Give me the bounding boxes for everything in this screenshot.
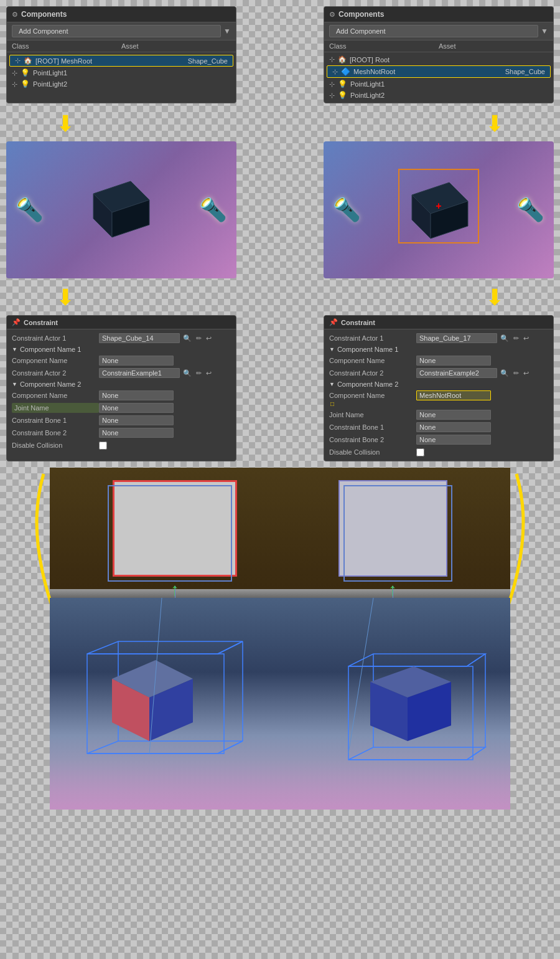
- right-comp1-section[interactable]: ▼ Component Name 1: [324, 344, 553, 354]
- bottom-separator: [50, 589, 510, 598]
- left-comp1-row: Component Name: [7, 354, 236, 367]
- left-comp2-triangle: ▼: [12, 381, 17, 387]
- left-comp2-input[interactable]: [99, 390, 174, 400]
- left-actor1-value-row: 🔍 ✏ ↩: [99, 333, 231, 343]
- left-bone1-input[interactable]: [99, 415, 174, 425]
- left-comp2-section[interactable]: ▼ Component Name 2: [7, 379, 236, 389]
- add-component-dropdown-arrow[interactable]: ▼: [223, 27, 231, 35]
- arrow-down-left-1: ⬇: [56, 113, 75, 135]
- left-bone2-label: Constraint Bone 2: [12, 429, 99, 437]
- right-move-icon-0: ⊹: [329, 55, 335, 64]
- left-disable-checkbox[interactable]: [99, 442, 107, 450]
- right-actor2-row: Constraint Actor 2 🔍 ✏ ↩: [324, 367, 553, 379]
- left-comp2-row: Component Name: [7, 389, 236, 402]
- left-viewport-light2: 🔦: [199, 197, 227, 223]
- left-constraint-panel: 📌 Constraint Constraint Actor 1 🔍 ✏ ↩ ▼: [6, 315, 236, 461]
- right-add-component-dropdown-arrow[interactable]: ▼: [541, 27, 548, 35]
- left-comp1-triangle: ▼: [12, 346, 17, 352]
- left-comp1-input[interactable]: [99, 356, 174, 366]
- left-actor1-input[interactable]: [99, 333, 180, 343]
- right-actor1-clear-btn[interactable]: ↩: [522, 334, 530, 342]
- right-item-name-3: PointLight2: [350, 92, 548, 99]
- move-icon-0: ⊹: [15, 57, 21, 65]
- left-comp1-section[interactable]: ▼ Component Name 1: [7, 344, 236, 354]
- left-item-name-0: [ROOT] MeshRoot: [35, 57, 185, 65]
- right-joint-input[interactable]: [416, 410, 491, 420]
- bottom-viewport-container: ↑ ↑: [50, 468, 510, 810]
- left-actor2-input[interactable]: [99, 368, 180, 378]
- right-root-icon-0: 🏠: [338, 55, 347, 64]
- left-3d-cube: [93, 641, 218, 760]
- right-component-panel: ⚙ Components Add Component ▼ Class Asset…: [324, 6, 554, 103]
- right-item-asset-1: Shape_Cube: [505, 68, 545, 75]
- left-actor2-clear-btn[interactable]: ↩: [205, 369, 213, 377]
- right-constraint-panel: 📌 Constraint Constraint Actor 1 🔍 ✏ ↩ ▼: [324, 315, 554, 461]
- left-item-asset-0: Shape_Cube: [188, 57, 228, 65]
- left-actor1-row: Constraint Actor 1 🔍 ✏ ↩: [7, 332, 236, 344]
- left-item-1[interactable]: ⊹ 💡 PointLight1: [7, 67, 236, 78]
- right-actor2-edit-btn[interactable]: ✏: [512, 369, 520, 377]
- right-actor1-label: Constraint Actor 1: [329, 334, 416, 342]
- right-panel-header: ⚙ Components: [324, 7, 553, 22]
- right-comp1-label: Component Name: [329, 357, 416, 364]
- left-actor2-search-btn[interactable]: 🔍: [182, 369, 193, 377]
- right-actor2-clear-btn[interactable]: ↩: [522, 369, 530, 377]
- left-disable-label: Disable Collision: [12, 442, 99, 449]
- right-actor1-input[interactable]: [416, 333, 497, 343]
- left-panel-items: ⊹ 🏠 [ROOT] MeshRoot Shape_Cube ⊹ 💡 Point…: [7, 52, 236, 92]
- right-joint-label: Joint Name: [329, 411, 416, 418]
- right-joint-row: Joint Name: [324, 409, 553, 421]
- right-comp1-input[interactable]: [416, 356, 491, 366]
- right-add-component-button[interactable]: Add Component: [329, 25, 538, 37]
- left-joint-row: Joint Name: [7, 402, 236, 414]
- right-item-name-1: MeshNotRoot: [353, 68, 502, 75]
- right-actor2-input[interactable]: [416, 368, 497, 378]
- floor-glow: [50, 760, 510, 810]
- right-light-icon-3: 💡: [338, 91, 347, 100]
- right-actor2-value-row: 🔍 ✏ ↩: [416, 368, 548, 378]
- right-comp1-triangle: ▼: [329, 346, 335, 352]
- left-actor1-edit-btn[interactable]: ✏: [195, 334, 203, 342]
- left-comp2-section-label: Component Name 2: [20, 380, 81, 388]
- left-col-class: Class: [12, 42, 121, 50]
- right-move-icon-2: ⊹: [329, 80, 335, 88]
- right-panel-icon: ⚙: [329, 11, 335, 19]
- right-preview-container: ↑: [338, 480, 447, 577]
- left-actor2-edit-btn[interactable]: ✏: [195, 369, 203, 377]
- right-viewport-light2: 🔦: [516, 197, 544, 223]
- left-joint-input[interactable]: [99, 403, 174, 413]
- right-item-3[interactable]: ⊹ 💡 PointLight2: [324, 90, 553, 101]
- right-actor2-search-btn[interactable]: 🔍: [499, 369, 510, 377]
- right-item-0[interactable]: ⊹ 🏠 [ROOT] Root: [324, 54, 553, 65]
- right-constraint-body: Constraint Actor 1 🔍 ✏ ↩ ▼ Component Nam…: [324, 329, 553, 461]
- left-bone1-label: Constraint Bone 1: [12, 417, 99, 424]
- right-actor1-edit-btn[interactable]: ✏: [512, 334, 520, 342]
- left-item-0[interactable]: ⊹ 🏠 [ROOT] MeshRoot Shape_Cube: [9, 55, 233, 67]
- left-panel-toolbar: Add Component ▼: [7, 22, 236, 40]
- right-bone2-input[interactable]: [416, 435, 491, 445]
- right-comp2-input[interactable]: [416, 390, 491, 400]
- left-bone2-input[interactable]: [99, 428, 174, 438]
- right-item-2[interactable]: ⊹ 💡 PointLight1: [324, 78, 553, 90]
- left-add-component-button[interactable]: Add Component: [12, 25, 221, 37]
- svg-line-10: [218, 641, 243, 654]
- right-bone1-row: Constraint Bone 1: [324, 421, 553, 433]
- right-bone1-input[interactable]: [416, 422, 491, 432]
- left-item-name-1: PointLight1: [33, 69, 231, 77]
- right-item-1[interactable]: ⊹ 🔷 MeshNotRoot Shape_Cube: [327, 65, 551, 78]
- left-comp2-label: Component Name: [12, 392, 99, 399]
- right-comp2-section[interactable]: ▼ Component Name 2: [324, 379, 553, 389]
- right-actor1-search-btn[interactable]: 🔍: [499, 334, 510, 342]
- left-actor1-search-btn[interactable]: 🔍: [182, 334, 193, 342]
- right-comp2-row: Component Name □: [324, 389, 553, 409]
- arrow-down-left-2: ⬇: [56, 286, 75, 309]
- left-viewport-light1: 🔦: [16, 197, 44, 223]
- left-panel-title: Components: [21, 10, 67, 19]
- left-item-2[interactable]: ⊹ 💡 PointLight2: [7, 78, 236, 90]
- left-actor1-clear-btn[interactable]: ↩: [205, 334, 213, 342]
- right-disable-label: Disable Collision: [329, 448, 416, 456]
- left-joint-label: Joint Name: [12, 403, 99, 413]
- right-item-name-2: PointLight1: [350, 80, 548, 88]
- right-disable-checkbox[interactable]: [416, 448, 424, 456]
- left-disable-row: Disable Collision: [7, 439, 236, 451]
